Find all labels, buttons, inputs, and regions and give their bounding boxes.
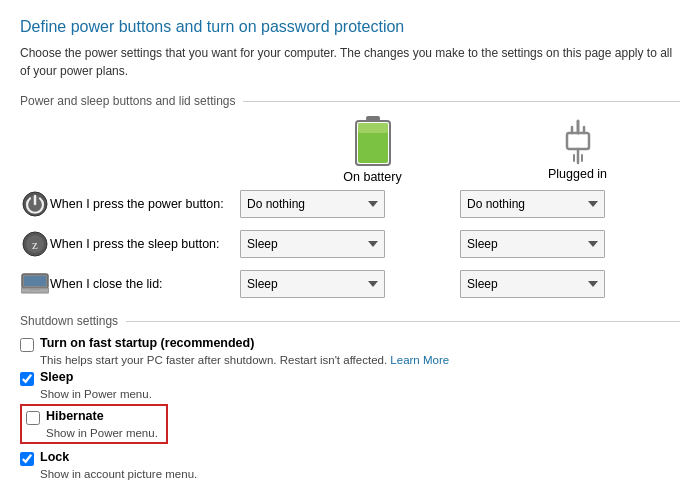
sleep-label[interactable]: Sleep (40, 370, 73, 384)
svg-rect-18 (24, 276, 46, 286)
power-button-icon (22, 191, 48, 217)
sleep-button-plugged-select[interactable]: Sleep Do nothing Hibernate Shut down Tur… (460, 230, 605, 258)
section-divider (243, 101, 680, 102)
sleep-button-row: z When I press the sleep button: Sleep D… (20, 228, 680, 260)
lock-checkbox[interactable] (20, 452, 34, 466)
fast-startup-label[interactable]: Turn on fast startup (recommended) (40, 336, 254, 350)
lid-plugged-select[interactable]: Sleep Do nothing Hibernate Shut down Tur… (460, 270, 605, 298)
sleep-button-label: When I press the sleep button: (50, 237, 240, 251)
battery-column-label: On battery (343, 170, 401, 184)
pluggedin-column-label: Plugged in (548, 167, 607, 181)
sleep-checkbox[interactable] (20, 372, 34, 386)
settings-rows: When I press the power button: Do nothin… (20, 188, 680, 300)
hibernate-sub: Show in Power menu. (46, 427, 158, 439)
sleep-button-icon-wrap: z (20, 231, 50, 257)
lid-plugged-select-wrap: Sleep Do nothing Hibernate Shut down Tur… (460, 270, 680, 298)
lid-battery-select-wrap: Sleep Do nothing Hibernate Shut down Tur… (240, 270, 460, 298)
page-description: Choose the power settings that you want … (20, 44, 680, 80)
hibernate-highlight-box: Hibernate Show in Power menu. (20, 404, 168, 444)
power-button-icon-wrap (20, 191, 50, 217)
battery-icon (355, 116, 391, 168)
power-button-plugged-select[interactable]: Do nothing Sleep Hibernate Shut down Tur… (460, 190, 605, 218)
lid-label: When I close the lid: (50, 277, 240, 291)
lid-icon-wrap (20, 273, 50, 295)
lid-icon (21, 273, 49, 295)
fast-startup-checkbox[interactable] (20, 338, 34, 352)
hibernate-label[interactable]: Hibernate (46, 409, 104, 423)
sleep-item: Sleep (20, 370, 680, 386)
plug-icon (555, 119, 601, 165)
sleep-button-plugged-select-wrap: Sleep Do nothing Hibernate Shut down Tur… (460, 230, 680, 258)
fast-startup-item: Turn on fast startup (recommended) (20, 336, 680, 352)
battery-column-header: On battery (270, 116, 475, 184)
lock-item: Lock (20, 450, 680, 466)
power-button-row: When I press the power button: Do nothin… (20, 188, 680, 220)
hibernate-item: Hibernate (26, 409, 158, 425)
svg-text:z: z (32, 237, 38, 252)
power-button-plugged-select-wrap: Do nothing Sleep Hibernate Shut down Tur… (460, 190, 680, 218)
shutdown-section-divider (126, 321, 680, 322)
power-button-label: When I press the power button: (50, 197, 240, 211)
svg-rect-3 (358, 123, 388, 133)
sleep-button-icon: z (22, 231, 48, 257)
shutdown-section-title: Shutdown settings (20, 314, 118, 328)
lock-sub: Show in account picture menu. (40, 468, 680, 480)
sleep-sub: Show in Power menu. (40, 388, 680, 400)
power-button-battery-select[interactable]: Do nothing Sleep Hibernate Shut down Tur… (240, 190, 385, 218)
svg-rect-20 (30, 288, 40, 290)
hibernate-checkbox[interactable] (26, 411, 40, 425)
lid-battery-select[interactable]: Sleep Do nothing Hibernate Shut down Tur… (240, 270, 385, 298)
sleep-button-battery-select-wrap: Sleep Do nothing Hibernate Shut down Tur… (240, 230, 460, 258)
power-sleep-section-title: Power and sleep buttons and lid settings (20, 94, 235, 108)
power-sleep-section-header: Power and sleep buttons and lid settings (20, 94, 680, 108)
sleep-button-battery-select[interactable]: Sleep Do nothing Hibernate Shut down Tur… (240, 230, 385, 258)
pluggedin-column-header: Plugged in (475, 119, 680, 181)
page-title: Define power buttons and turn on passwor… (20, 18, 680, 36)
power-button-battery-select-wrap: Do nothing Sleep Hibernate Shut down Tur… (240, 190, 460, 218)
lid-row: When I close the lid: Sleep Do nothing H… (20, 268, 680, 300)
fast-startup-learn-more[interactable]: Learn More (390, 354, 449, 366)
svg-rect-5 (567, 133, 589, 149)
lock-label[interactable]: Lock (40, 450, 69, 464)
fast-startup-sub: This helps start your PC faster after sh… (40, 354, 680, 366)
shutdown-section-header: Shutdown settings (20, 314, 680, 328)
columns-header: On battery Plugged in (20, 116, 680, 184)
